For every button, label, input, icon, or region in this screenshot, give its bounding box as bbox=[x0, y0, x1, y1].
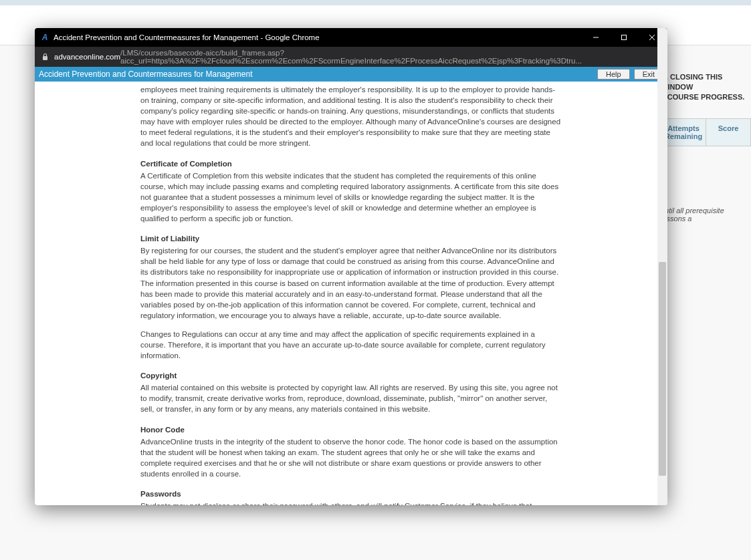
app-icon: A bbox=[40, 33, 49, 42]
heading-honor-code: Honor Code bbox=[140, 424, 562, 435]
popup-chrome-window: A Accident Prevention and Countermeasure… bbox=[35, 28, 667, 505]
heading-certificate: Certificate of Completion bbox=[140, 158, 562, 169]
bg-warning-line2: F COURSE PROGRESS. bbox=[661, 93, 744, 101]
course-header-bar: Accident Prevention and Countermeasures … bbox=[35, 67, 667, 82]
paragraph-copyright: All material contained on this website i… bbox=[140, 382, 562, 414]
url-domain: advanceonline.com bbox=[54, 53, 120, 61]
window-title: Accident Prevention and Countermeasures … bbox=[53, 33, 582, 41]
maximize-button[interactable] bbox=[610, 28, 638, 47]
background-lms-page: N. CLOSING THIS WINDOW F COURSE PROGRESS… bbox=[661, 72, 751, 223]
course-title: Accident Prevention and Countermeasures … bbox=[39, 69, 593, 79]
lock-icon bbox=[41, 53, 49, 61]
scrollbar-thumb[interactable] bbox=[659, 262, 666, 476]
bg-th-score: Score bbox=[706, 119, 750, 146]
heading-copyright: Copyright bbox=[140, 370, 562, 381]
bg-th-attempts: Attempts Remaining bbox=[661, 119, 706, 146]
intro-paragraph: employees meet training requirements is … bbox=[140, 84, 562, 149]
paragraph-liability-1: By registering for our courses, the stud… bbox=[140, 245, 562, 321]
help-button[interactable]: Help bbox=[597, 69, 630, 80]
paragraph-certificate: A Certificate of Completion from this we… bbox=[140, 170, 562, 224]
window-titlebar: A Accident Prevention and Countermeasure… bbox=[35, 28, 667, 47]
minimize-button[interactable] bbox=[582, 28, 610, 47]
heading-liability: Limit of Liability bbox=[140, 233, 562, 244]
paragraph-passwords: Students may not disclose or share their… bbox=[140, 501, 562, 505]
bg-table-header: Attempts Remaining Score bbox=[661, 118, 751, 146]
terms-content-scroll[interactable]: employees meet training requirements is … bbox=[35, 82, 667, 505]
scrollbar-track[interactable] bbox=[657, 28, 667, 505]
heading-passwords: Passwords bbox=[140, 488, 562, 499]
paragraph-honor-code: AdvanceOnline trusts in the integrity of… bbox=[140, 436, 562, 479]
bg-note: until all prerequisite lessons a bbox=[661, 206, 751, 223]
bg-warning-line1: N. CLOSING THIS WINDOW bbox=[661, 73, 722, 91]
paragraph-liability-2: Changes to Regulations can occur at any … bbox=[140, 329, 562, 361]
svg-rect-4 bbox=[43, 56, 47, 60]
svg-rect-1 bbox=[622, 35, 627, 40]
url-path: /LMS/courses/basecode-aicc/build_frames.… bbox=[120, 49, 661, 65]
address-bar[interactable]: advanceonline.com/LMS/courses/basecode-a… bbox=[35, 47, 667, 67]
